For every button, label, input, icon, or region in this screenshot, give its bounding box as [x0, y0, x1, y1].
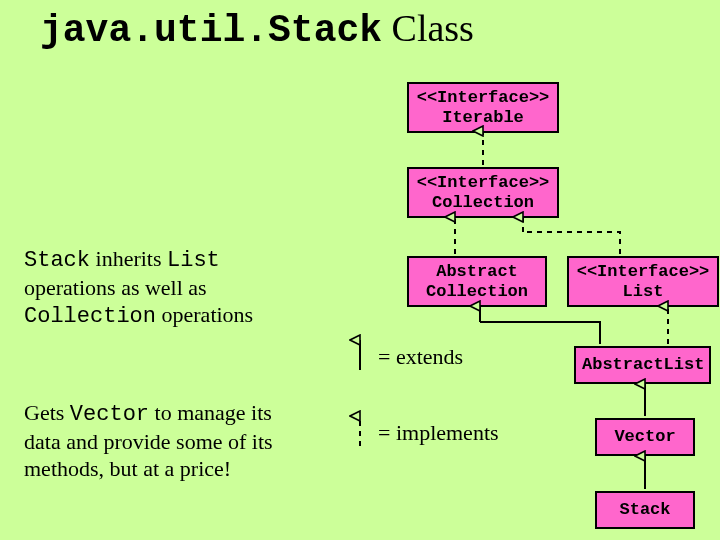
classname: Iterable — [415, 108, 551, 128]
legend-implements-label: = implements — [378, 420, 499, 446]
box-abstract-list: AbstractList — [574, 346, 711, 384]
classname-line2: Collection — [415, 282, 539, 302]
t: List — [167, 248, 220, 273]
t: Collection — [24, 304, 156, 329]
classname: Collection — [415, 193, 551, 213]
note-vector: Gets Vector to manage its data and provi… — [24, 400, 334, 482]
title-mono: java.util.Stack — [40, 9, 382, 52]
classname: AbstractList — [582, 355, 703, 375]
box-vector: Vector — [595, 418, 695, 456]
box-iterable: <<Interface>> Iterable — [407, 82, 559, 133]
stereotype: <<Interface>> — [415, 88, 551, 108]
t: Gets — [24, 400, 70, 425]
t: Stack — [24, 248, 90, 273]
diagram-canvas: java.util.Stack Class <<Interface>> Iter… — [0, 0, 720, 540]
box-collection: <<Interface>> Collection — [407, 167, 559, 218]
classname: Vector — [603, 427, 687, 447]
box-list: <<Interface>> List — [567, 256, 719, 307]
title-serif: Class — [382, 7, 474, 49]
t: methods, but at a price! — [24, 456, 334, 483]
classname-line1: Abstract — [415, 262, 539, 282]
stereotype: <<Interface>> — [575, 262, 711, 282]
t: Vector — [70, 402, 149, 427]
page-title: java.util.Stack Class — [40, 8, 474, 52]
t: operations — [156, 302, 253, 327]
t: operations as well as — [24, 275, 324, 302]
legend-extends-label: = extends — [378, 344, 463, 370]
stereotype: <<Interface>> — [415, 173, 551, 193]
classname: Stack — [603, 500, 687, 520]
box-abstract-collection: Abstract Collection — [407, 256, 547, 307]
t: data and provide some of its — [24, 429, 334, 456]
note-inherits: Stack inherits List operations as well a… — [24, 246, 324, 330]
t: inherits — [90, 246, 167, 271]
t: to manage its — [149, 400, 272, 425]
classname: List — [575, 282, 711, 302]
box-stack: Stack — [595, 491, 695, 529]
